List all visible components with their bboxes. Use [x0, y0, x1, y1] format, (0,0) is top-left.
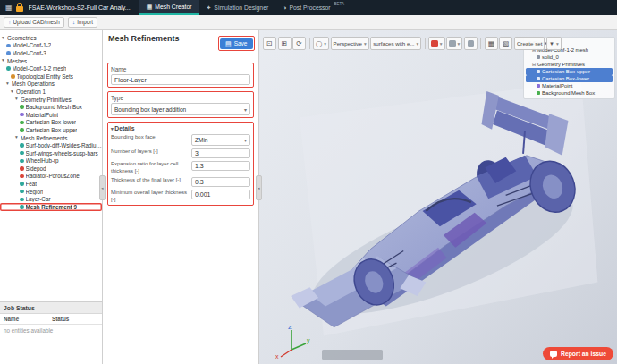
tree-item[interactable]: MaterialPoint: [0, 111, 102, 119]
tree-item[interactable]: Model-Conf-3: [0, 49, 102, 57]
tree-item[interactable]: Meshes: [0, 57, 102, 65]
final-thickness-input[interactable]: [191, 177, 250, 187]
tree-item[interactable]: Cartesian Box-lower: [0, 119, 102, 127]
logo-group: [0, 4, 29, 12]
project-sidebar: Geometries Model-Conf-1-2 Model-Conf-3 M…: [0, 30, 103, 364]
save-button-label: Save: [234, 40, 248, 47]
tree-item-label: Radiator-PorousZone: [26, 173, 80, 179]
layers-input[interactable]: [191, 148, 250, 158]
tree-item[interactable]: Geometries: [0, 34, 102, 42]
scene-tree-item[interactable]: solid_0: [526, 54, 613, 61]
projection-dropdown[interactable]: Perspective: [331, 37, 369, 50]
tree-item[interactable]: Radiator-PorousZone: [0, 173, 102, 181]
import-icon: [72, 19, 76, 25]
red-color-icon: [431, 40, 438, 47]
tree-item[interactable]: WheelHub-rp: [0, 157, 102, 165]
tree-item[interactable]: Layer-Car: [0, 195, 102, 203]
tree-item[interactable]: Region: [0, 188, 102, 196]
show-mesh-alt-button[interactable]: [499, 37, 512, 50]
form-panel-collapse-handle[interactable]: [256, 175, 262, 200]
tree-item-label: Geometry Primitives: [21, 97, 72, 103]
expansion-label: Expansion ratio for layer cell thickness…: [111, 161, 189, 174]
secondary-color-button[interactable]: [446, 37, 462, 50]
job-status-header: Job Status: [0, 302, 102, 314]
zoom-window-button[interactable]: [263, 37, 276, 50]
tab-icon: [283, 4, 286, 11]
upload-cad-button[interactable]: Upload CAD/mesh: [4, 17, 64, 28]
tree-item[interactable]: Model-Conf-1-2: [0, 42, 102, 50]
surface-display-dropdown[interactable]: surfaces with e...: [370, 37, 421, 50]
create-set-button[interactable]: Create set: [514, 37, 545, 50]
fsae-car-model[interactable]: [273, 65, 604, 351]
expansion-input[interactable]: [191, 161, 250, 171]
expansion-row: Expansion ratio for layer cell thickness…: [111, 161, 250, 174]
viewport-toolbar: Perspective surfaces with e... Create se…: [263, 37, 562, 50]
item-type-icon: [6, 66, 11, 71]
axis-z-label: z: [288, 323, 292, 331]
tree-item-label: Model-Conf-3: [13, 50, 46, 56]
tree-item[interactable]: Mesh Operations: [0, 80, 102, 89]
viewport-3d[interactable]: Perspective surfaces with e... Create se…: [259, 30, 617, 364]
scene-tree-item[interactable]: Cartesian Box-upper: [526, 68, 613, 75]
zoom-window-icon: [266, 40, 272, 47]
type-select[interactable]: Bounding box layer addition: [111, 103, 250, 115]
main-tab[interactable]: Simulation Designer: [199, 0, 275, 15]
fit-view-button[interactable]: [278, 37, 292, 50]
tree-item-label: Cartesian Box-upper: [26, 127, 78, 133]
tree-item[interactable]: Topological Entity Sets: [0, 72, 102, 80]
scene-tree-item[interactable]: MaterialPoint: [526, 82, 613, 89]
tree-item[interactable]: Operation 1: [0, 88, 102, 96]
app-window: FSAE-Workshop-S2-Full Car Analy... Mesh …: [0, 0, 617, 364]
tree-item-label: Surf-wings-wheels-susp-bars: [26, 150, 98, 157]
main-tab[interactable]: Post Processor BETA: [275, 0, 351, 15]
scene-tree-item[interactable]: Cartesian Box-lower: [526, 75, 613, 82]
render-mode-dropdown[interactable]: [313, 37, 329, 50]
tree-item-label: Mesh Refinement 9: [26, 204, 77, 210]
scene-tree-item[interactable]: Background Mesh Box: [526, 89, 613, 97]
tree-item-label: Region: [26, 189, 44, 195]
details-section: Details Bounding box face ZMin Number of…: [107, 122, 254, 206]
reset-view-button[interactable]: [292, 37, 306, 50]
item-type-icon: [20, 151, 24, 156]
beta-badge: BETA: [334, 2, 344, 6]
highlight-color-button[interactable]: [428, 37, 444, 50]
tree-item[interactable]: Background Mesh Box: [0, 103, 102, 111]
cube-icon: [488, 40, 494, 47]
cube-alt-icon: [503, 40, 509, 47]
item-type-icon: [20, 105, 24, 109]
scene-item-icon: [537, 70, 540, 73]
tree-item[interactable]: Mesh Refinements: [0, 134, 102, 142]
tertiary-color-button[interactable]: [464, 37, 478, 50]
bbox-face-select[interactable]: ZMin: [191, 134, 250, 146]
tree-item[interactable]: Geometry Primitives: [0, 96, 102, 104]
tree-item[interactable]: Cartesian Box-upper: [0, 126, 102, 134]
tree-item[interactable]: Feat: [0, 180, 102, 188]
apps-grid-icon[interactable]: [5, 4, 13, 12]
tree-item-label: Model-Conf-1-2 mesh: [13, 65, 67, 72]
tree-item[interactable]: Surf-body-diff-Wsides-Radiusg: [0, 141, 102, 149]
show-mesh-button[interactable]: [485, 37, 498, 50]
scene-item-label: Background Mesh Box: [542, 90, 595, 96]
report-issue-button[interactable]: Report an issue: [543, 347, 613, 360]
projection-value: Perspective: [334, 40, 362, 47]
upload-icon: [8, 19, 12, 25]
import-button[interactable]: Import: [68, 17, 97, 28]
tree-item[interactable]: Mesh Refinement 9: [0, 203, 102, 211]
tree-item[interactable]: Sidepod: [0, 165, 102, 173]
axis-x-label: x: [275, 353, 279, 360]
funnel-icon: [549, 40, 554, 47]
scene-item-icon: [537, 91, 540, 95]
main-tab[interactable]: Mesh Creator: [139, 0, 199, 15]
filter-button[interactable]: [546, 37, 562, 50]
scene-tree-item[interactable]: Geometry Primitives: [526, 61, 613, 68]
sidebar-collapse-handle[interactable]: [99, 175, 106, 200]
gray-color-icon-2: [468, 40, 475, 47]
name-input[interactable]: [111, 74, 250, 85]
tree-item[interactable]: Model-Conf-1-2 mesh: [0, 64, 102, 72]
save-button[interactable]: Save: [220, 38, 252, 49]
lock-icon: [16, 6, 23, 12]
details-header[interactable]: Details: [111, 125, 250, 131]
tree-item[interactable]: Surf-wings-wheels-susp-bars: [0, 149, 102, 157]
min-thickness-input[interactable]: [191, 190, 250, 199]
name-field-group: Name: [107, 63, 254, 88]
